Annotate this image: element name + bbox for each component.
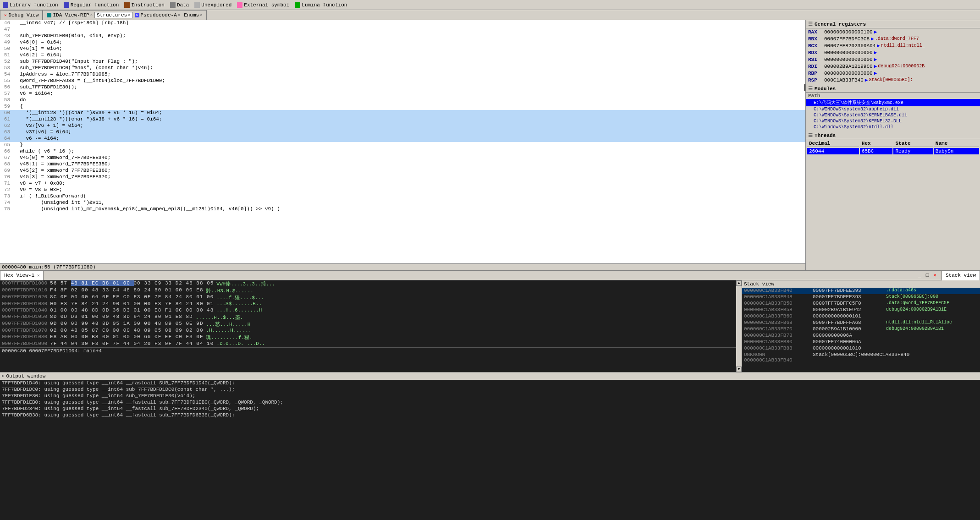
- threads-body: 2604465BCReadyBabySn: [807, 148, 979, 154]
- stack-row[interactable]: 000000C1AB33FB8000007FF74000006A: [742, 339, 980, 345]
- thread-name: BabySn: [934, 148, 979, 154]
- thread-row[interactable]: 2604465BCReadyBabySn: [807, 148, 979, 154]
- legend-reg-label: Regular function: [71, 2, 119, 8]
- hex-lines: 0007FF7BDFD100056 57 48 81 EC B8 01 00 0…: [0, 280, 736, 354]
- hex-scrollbar[interactable]: ▲ ▼: [736, 280, 742, 372]
- line-number: 46: [0, 20, 13, 27]
- stack-row[interactable]: 000000C1AB33FB5000007FF7BDFFC5F0.data:qw…: [742, 301, 980, 307]
- legend-data-label: Data: [177, 2, 189, 8]
- module-path-item[interactable]: C:\Windows\System32\ntdll.dll: [806, 124, 980, 130]
- code-line: 61 *(__int128 *)((char *)&v38 + v6 * 16)…: [0, 116, 805, 123]
- reg-arrow-icon[interactable]: ▶: [874, 56, 877, 62]
- tab-debug-view[interactable]: ✕ Debug View: [0, 10, 43, 20]
- stack-ref: .data:qword_7FF7BDFFC5F: [886, 301, 949, 307]
- reg-arrow-icon[interactable]: ▶: [871, 36, 874, 42]
- stack-row[interactable]: 000000C1AB33FB4000007FF7BDFEE393.rdata:a…: [742, 288, 980, 294]
- stack-row[interactable]: 000000C1AB33FB880000000000001010: [742, 345, 980, 352]
- hex-close-btn[interactable]: ✕: [932, 272, 938, 278]
- output-icon: ▶: [2, 373, 4, 378]
- data-color-dot: [170, 2, 176, 8]
- module-path-item[interactable]: C:\WINDOWS\System32\KERNELBASE.dll: [806, 112, 980, 118]
- line-number: 48: [0, 33, 13, 39]
- structures-close[interactable]: ✕: [128, 12, 130, 17]
- code-line: 57 v6 = 16i64;: [0, 91, 805, 97]
- reg-arrow-icon[interactable]: ▶: [874, 29, 877, 35]
- hex-row[interactable]: 0007FF7BDFD10208C 0E 00 00 66 0F EF C0 F…: [0, 294, 736, 301]
- code-line: 73 if ( !_BitScanForward(: [0, 193, 805, 200]
- stack-row[interactable]: 000000C1AB33FB600000000000000101: [742, 313, 980, 320]
- stack-row[interactable]: 000000C1AB33FB78000000000006A: [742, 333, 980, 339]
- stack-value: 00007FF7BDFFFA68: [813, 320, 886, 326]
- line-content: v45[0] = xmmword_7FF7BDFEE340;: [13, 155, 805, 161]
- hex-row[interactable]: 0007FF7BDFD107002 00 48 05 87 C0 00 00 4…: [0, 328, 736, 334]
- stack-value: 000002B9A1B10000: [813, 326, 886, 333]
- tab-enums[interactable]: Enums ✕: [182, 12, 204, 18]
- reg-value: 00007FF7BDFC3C8: [824, 36, 870, 42]
- threads-title: Threads: [815, 133, 836, 138]
- reg-value: 0000000000000100: [824, 29, 873, 35]
- stack-panel[interactable]: Stack view 000000C1AB33FB4000007FF7BDFEE…: [742, 280, 980, 372]
- stack-row[interactable]: UNKNOWN 000000C1AB33FB40Stack[000065BC]:…: [742, 352, 980, 363]
- hex-row[interactable]: 0007FF7BDFD10600D 00 00 90 48 8D 05 1A 0…: [0, 321, 736, 328]
- tab-pseudocode[interactable]: A Pseudocode-A ✕: [133, 12, 182, 18]
- pseudocode-close[interactable]: ✕: [178, 12, 180, 17]
- tab-structures[interactable]: Structures ✕: [94, 12, 132, 18]
- line-number: 59: [0, 104, 13, 110]
- reg-arrow-icon[interactable]: ▶: [874, 63, 877, 69]
- line-content: v9 = v8 & 0xF;: [13, 187, 805, 193]
- hex-row[interactable]: 0007FF7BDFD103000 F3 7F 84 24 24 90 01 0…: [0, 301, 736, 307]
- output-header: ▶ Output window: [0, 372, 980, 380]
- pseudocode-label: Pseudocode-A: [141, 12, 177, 18]
- stack-address: 000000C1AB33FB68: [744, 320, 813, 326]
- stack-header: Stack view: [742, 280, 980, 288]
- reg-arrow-icon[interactable]: ▶: [874, 70, 877, 76]
- stack-address: 000000C1AB33FB70: [744, 326, 813, 333]
- reg-ref-text: debug024:0000002B: [878, 64, 925, 69]
- line-content: }: [13, 142, 805, 148]
- hex-scroll-up[interactable]: ▲: [736, 280, 742, 286]
- code-line: 67 v45[0] = xmmword_7FF7BDFEE340;: [0, 155, 805, 161]
- reg-name: RSI: [808, 57, 824, 62]
- reg-arrow-icon[interactable]: ▶: [877, 43, 880, 49]
- stack-row[interactable]: 000000C1AB33FB58000002B9A1B1E942debug024…: [742, 307, 980, 313]
- hex-row[interactable]: 0007FF7BDFD1080E8 AB 00 00 B8 00 01 00 0…: [0, 334, 736, 341]
- line-number: 71: [0, 181, 13, 187]
- reg-arrow-icon[interactable]: ▶: [865, 77, 868, 83]
- tab-stack-view[interactable]: Stack view: [941, 270, 980, 280]
- line-number: 74: [0, 200, 13, 206]
- threads-icon: ☰: [808, 132, 813, 138]
- hex-row[interactable]: 0007FF7BDFD100056 57 48 81 EC B8 01 00 0…: [0, 280, 736, 287]
- hex-row[interactable]: 0007FF7BDFD10907F 44 04 30 F3 0F 7F 44 0…: [0, 341, 736, 347]
- code-content[interactable]: 46 __int64 v47; // [rsp+180h] [rbp-18h]4…: [0, 20, 805, 263]
- module-path-item[interactable]: C:\WINDOWS\System32\KERNEL32.DLL: [806, 118, 980, 124]
- hex-row[interactable]: 0007FF7BDFD10508D 0D D3 01 00 00 48 8D 9…: [0, 314, 736, 321]
- stack-row[interactable]: 000000C1AB33FB6800007FF7BDFFFA68ntdll.dl…: [742, 320, 980, 326]
- line-number: 51: [0, 52, 13, 59]
- ida-view-close[interactable]: ✕: [90, 12, 93, 17]
- line-content: v37[v6 + 1] = 0i64;: [13, 123, 805, 129]
- path-label-text: Path: [808, 93, 820, 99]
- stack-address: UNKNOWN 000000C1AB33FB40: [744, 352, 813, 363]
- line-number: 57: [0, 91, 13, 97]
- hex-ascii: .H......H......: [206, 328, 251, 334]
- module-path-item[interactable]: C:\WINDOWS\system32\apphelp.dll: [806, 106, 980, 112]
- hex-scroll-down[interactable]: ▼: [736, 367, 742, 372]
- tab-ida-view-rip[interactable]: IDA View-RIP ✕: [45, 12, 94, 18]
- hex-minimize[interactable]: _: [917, 273, 923, 278]
- hex-maximize[interactable]: □: [925, 273, 930, 278]
- module-path-item[interactable]: E:\代码大三\软件系统安全\BabySmc.exe: [806, 99, 980, 106]
- stack-row[interactable]: 000000C1AB33FB70000002B9A1B10000debug024…: [742, 326, 980, 333]
- line-number: 70: [0, 174, 13, 181]
- hex-address: 0007FF7BDFD1020: [2, 294, 47, 301]
- hex-panel[interactable]: 0007FF7BDFD100056 57 48 81 EC B8 01 00 0…: [0, 280, 736, 372]
- stack-row[interactable]: 000000C1AB33FB4800007FF7BDFEE393Stack[00…: [742, 294, 980, 301]
- hex-row[interactable]: 0007FF7BDFD1010F4 8F 02 00 48 33 C4 48 8…: [0, 287, 736, 294]
- line-number: 62: [0, 123, 13, 129]
- enums-close[interactable]: ✕: [200, 12, 202, 17]
- reg-arrow-icon[interactable]: ▶: [874, 49, 877, 55]
- hex-row[interactable]: 0007FF7BDFD104001 00 00 48 8D 0D 36 D3 0…: [0, 307, 736, 314]
- tab-hex-view[interactable]: Hex View-1 ✕: [0, 270, 44, 280]
- hex-view-close[interactable]: ✕: [37, 273, 39, 278]
- hex-ascii: ....f.猩....$...: [216, 294, 264, 301]
- col-state: State: [893, 140, 932, 147]
